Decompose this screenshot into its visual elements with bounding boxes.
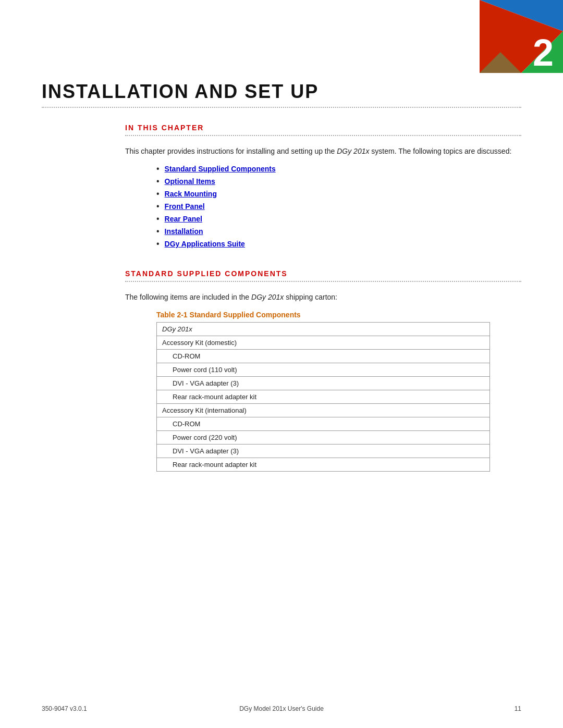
table-row: Rear rack-mount adapter kit: [157, 458, 490, 471]
link-dgy-apps[interactable]: DGy Applications Suite: [165, 240, 245, 248]
page: 2 Installation and Set Up In This Chapte…: [0, 0, 563, 728]
footer-left: 350-9047 v3.0.1: [42, 705, 202, 712]
in-this-chapter-section: In This Chapter This chapter provides in…: [125, 124, 521, 249]
link-rear-panel[interactable]: Rear Panel: [165, 215, 202, 223]
table-row: CD-ROM: [157, 417, 490, 430]
standard-section: Standard Supplied Components The followi…: [125, 269, 521, 471]
footer-center: DGy Model 201x User's Guide: [202, 705, 362, 712]
intro-paragraph: This chapter provides instructions for i…: [125, 145, 521, 157]
list-item: Front Panel: [156, 202, 521, 211]
table-row: Power cord (110 volt): [157, 363, 490, 376]
table-row: Rear rack-mount adapter kit: [157, 390, 490, 403]
link-rack-mounting[interactable]: Rack Mounting: [165, 190, 217, 198]
section-divider-1: [125, 135, 521, 136]
content-area: Installation and Set Up In This Chapter …: [0, 0, 563, 503]
list-item: Rear Panel: [156, 214, 521, 224]
components-table: DGy 201xAccessory Kit (domestic)CD-ROMPo…: [156, 322, 490, 472]
table-row: CD-ROM: [157, 349, 490, 363]
list-item: Installation: [156, 227, 521, 236]
table-row: Accessory Kit (domestic): [157, 336, 490, 349]
topic-list: Standard Supplied Components Optional It…: [156, 164, 521, 249]
list-item: Standard Supplied Components: [156, 164, 521, 174]
link-installation[interactable]: Installation: [165, 227, 203, 236]
corner-graphic: 2: [480, 0, 563, 73]
title-divider: [42, 107, 521, 108]
table-row: DVI - VGA adapter (3): [157, 444, 490, 458]
list-item: Rack Mounting: [156, 189, 521, 199]
table-caption: Table 2-1 Standard Supplied Components: [156, 311, 521, 319]
in-this-chapter-heading: In This Chapter: [125, 124, 521, 132]
standard-section-heading: Standard Supplied Components: [125, 269, 521, 278]
footer-right: 11: [361, 705, 521, 712]
link-standard-supplied[interactable]: Standard Supplied Components: [165, 165, 276, 173]
standard-intro: The following items are included in the …: [125, 291, 521, 303]
list-item: DGy Applications Suite: [156, 239, 521, 249]
section-divider-2: [125, 281, 521, 282]
table-row: DGy 201x: [157, 322, 490, 336]
list-item: Optional Items: [156, 177, 521, 186]
table-row: Power cord (220 volt): [157, 430, 490, 444]
link-front-panel[interactable]: Front Panel: [165, 202, 205, 211]
chapter-number: 2: [533, 31, 554, 74]
table-row: Accessory Kit (international): [157, 403, 490, 417]
footer: 350-9047 v3.0.1 DGy Model 201x User's Gu…: [42, 705, 521, 712]
table-row: DVI - VGA adapter (3): [157, 376, 490, 390]
link-optional-items[interactable]: Optional Items: [165, 177, 215, 186]
chapter-title: Installation and Set Up: [42, 81, 521, 103]
